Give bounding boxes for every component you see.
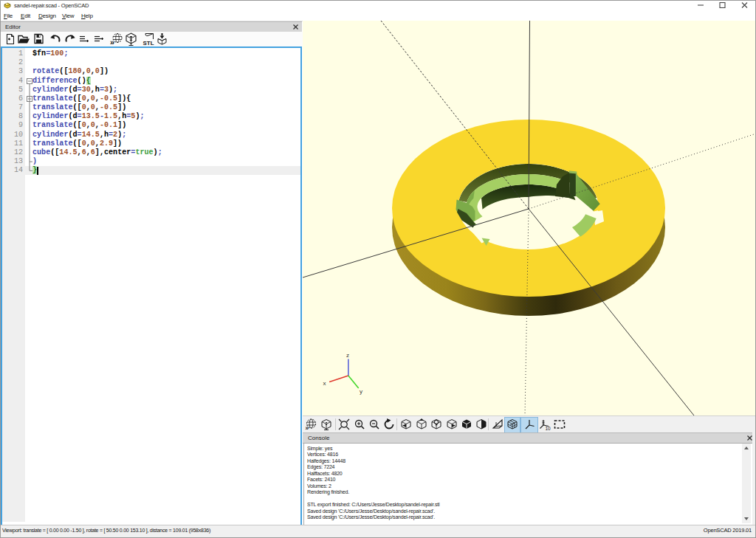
svg-text:x: x: [323, 380, 326, 387]
svg-text:y: y: [360, 388, 362, 395]
svg-text:»: »: [306, 424, 309, 431]
svg-text:STL: STL: [143, 40, 154, 46]
svg-text:z: z: [346, 352, 349, 359]
svg-text:»: »: [110, 38, 114, 46]
svg-text:10: 10: [546, 426, 551, 431]
